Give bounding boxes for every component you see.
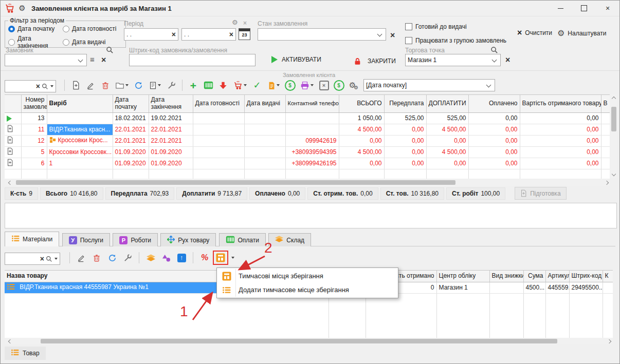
discount-percent-button[interactable]: % [198,252,211,264]
shapes-button[interactable] [160,252,172,264]
col-header[interactable]: Дата готовності [193,95,244,112]
cart-sale-button[interactable] [232,79,248,91]
currency-button[interactable]: $ [333,79,345,91]
customer-search-icon[interactable] [103,44,116,56]
search-icon[interactable] [44,253,53,265]
col-header[interactable]: В [601,95,610,112]
configure-button[interactable]: ⚙ Налаштувати [557,28,606,38]
tab-sklad[interactable]: Склад [268,233,311,246]
customer-clear-icon[interactable]: × [101,56,106,64]
search-clear-icon[interactable]: × [40,255,44,262]
service-wrench-button[interactable] [165,79,177,91]
material-wrench-button[interactable] [121,252,134,264]
col-header[interactable]: Вартість отриманого товару [520,95,601,112]
order-row[interactable]: 11 ВІДР.Тканина красн... 22.01.2021 22.0… [5,124,610,135]
order-row[interactable]: 12 Кроссовки Крос... 22.01.2021 22.01.20… [5,135,610,146]
refresh-button[interactable] [132,79,144,91]
date-from-clear-icon[interactable]: × [172,31,176,38]
upload-button[interactable]: ↑ [175,252,188,264]
temp-storage-button[interactable] [214,252,227,264]
clear-filter-button[interactable]: × Очистити [517,28,552,37]
radio-date-start[interactable]: Дата початку [8,25,63,32]
col-header[interactable]: Центр обліку [436,271,489,282]
customer-combobox[interactable] [5,54,87,66]
col-header[interactable]: Передплата [384,95,426,112]
stock-layers-button[interactable] [144,252,157,264]
shop-combobox[interactable]: Магазин 1 [405,54,501,66]
notes-panel[interactable] [5,203,617,228]
delete-button[interactable] [99,79,112,91]
shop-clear-icon[interactable]: × [505,56,510,64]
period-gear-icon[interactable]: ⚙ [232,18,238,26]
payment-circle-button[interactable]: $ [284,79,296,91]
edit-button[interactable] [84,79,97,91]
sort-combobox[interactable]: [Дата початку] [363,79,495,91]
col-header[interactable]: Дата початку [113,95,149,112]
temp-storage-caret[interactable] [231,257,234,259]
order-row[interactable]: 5 Кроссовки Кроссовк... 01.09.2020 01.09… [5,146,610,158]
customer-list-button[interactable]: ≡ [90,55,95,64]
date-from-input[interactable]: . . × [124,28,178,41]
col-header[interactable]: Контактний телефон [285,95,339,112]
tab-oplaty[interactable]: Оплати [219,233,266,246]
orders-vscrollbar[interactable] [610,94,617,178]
preparation-button[interactable]: Підготовка [515,187,566,200]
col-header[interactable]: ВСЬОГО [339,95,384,112]
order-row[interactable]: 13 18.02.2021 19.02.2021 1 050,00 525,00… [5,112,610,124]
maximize-button[interactable] [572,1,596,16]
order-state-combobox[interactable] [258,28,386,41]
materials-hscrollbar[interactable] [5,338,613,344]
ready-checkbox[interactable]: Готовий до видачі [405,23,467,30]
refresh-materials-button[interactable] [106,252,118,264]
delete-material-button[interactable] [90,252,103,264]
order-row[interactable]: 6 1 01.09.2020 01.09.2020 +380999426195 … [5,158,610,169]
activate-button[interactable]: АКТИВУВАТИ [271,56,321,63]
order-state-clear-icon[interactable]: × [390,31,395,40]
excel-export-button[interactable]: × [318,79,330,91]
period-clear-icon[interactable]: × [243,20,247,27]
search-clear-icon[interactable]: × [36,83,40,90]
tovar-button[interactable]: Товар [5,347,46,360]
barcode-input[interactable] [129,54,256,66]
add-button[interactable]: + [187,79,199,91]
col-header[interactable]: Вид знижки [489,271,523,282]
close-order-button[interactable]: ЗАКРИТИ [351,55,396,67]
col-header[interactable]: Номер замовлення [21,95,47,112]
tab-poslugy[interactable]: У Послуги [62,233,110,246]
col-header[interactable]: Оплачено [468,95,520,112]
print-button[interactable] [299,79,315,91]
search-icon[interactable] [40,80,49,92]
confirm-button[interactable]: ✓ [251,79,263,91]
selected-cell[interactable]: ВІДР.Тканина красн... [47,124,113,135]
col-header[interactable]: К [603,271,613,282]
new-order-button[interactable] [69,79,82,91]
tab-materialy[interactable]: Матеріали [5,232,59,246]
invoice-button[interactable] [266,79,281,91]
report-button[interactable] [147,79,162,91]
col-header[interactable]: Сума [523,271,545,282]
col-header[interactable]: Дата закінчення [149,95,193,112]
barcode-button[interactable] [202,79,214,91]
settings-gears-button[interactable]: ⚙⚙ [348,79,360,91]
col-header[interactable]: Дата видачі [244,95,285,112]
orders-search-input[interactable]: × [5,80,56,92]
materials-search-input[interactable]: × [5,253,60,265]
orders-hscrollbar[interactable] [5,179,610,186]
edit-material-button[interactable] [75,252,87,264]
close-window-button[interactable]: × [596,1,619,16]
menu-item-temp-storage-places[interactable]: Тимчасові місця зберігання [217,269,398,283]
col-header[interactable]: Виріб [47,95,113,112]
col-header[interactable]: Артикул [545,271,569,282]
calendar-button[interactable]: 23 [239,28,250,40]
col-header-icon[interactable] [5,95,21,112]
minimize-button[interactable] [549,1,572,16]
date-to-clear-icon[interactable]: × [229,31,233,38]
col-header[interactable]: ДОПЛАТИТИ [426,95,468,112]
tab-rukh-tovaru[interactable]: Рух товару [160,233,216,246]
radio-date-ready[interactable]: Дата готовності [63,25,118,32]
tab-roboty[interactable]: Р Роботи [113,233,158,246]
col-header[interactable]: Штрих-код [569,271,603,282]
menu-item-add-temp-storage[interactable]: Додати тимчасове місце зберігання [217,283,398,297]
download-order-button[interactable] [217,79,229,91]
folder-button[interactable] [114,79,130,91]
